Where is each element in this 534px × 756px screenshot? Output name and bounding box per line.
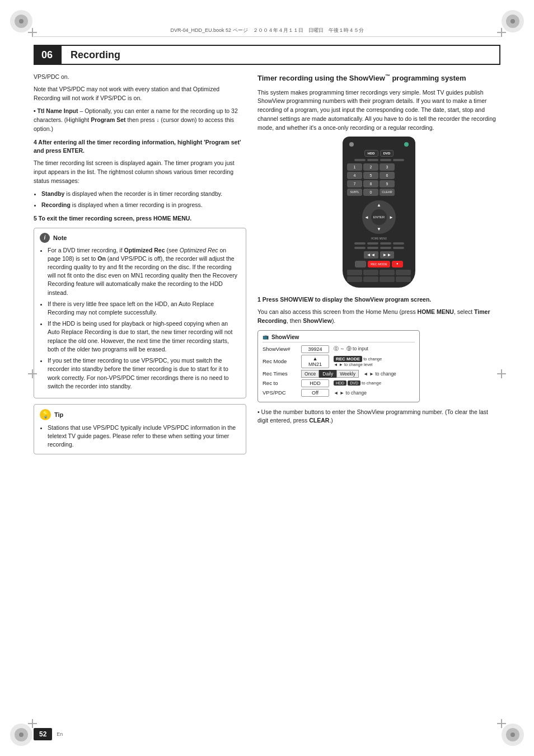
section-para-block: This system makes programming timer reco… xyxy=(257,88,500,133)
bottom-btn-4[interactable] xyxy=(396,270,411,275)
func-btn-9[interactable] xyxy=(354,247,366,249)
chapter-number: 06 xyxy=(34,45,60,65)
num-7[interactable]: 7 xyxy=(347,180,362,187)
num-6[interactable]: 6 xyxy=(380,172,395,179)
num-empty-3 xyxy=(396,180,411,187)
sv-hdd-dvd: HDD DVD to change xyxy=(334,381,381,386)
num-5[interactable]: 5 xyxy=(363,172,378,179)
num-0[interactable]: 0 xyxy=(363,189,378,196)
step4-block: 4 After entering all the timer recording… xyxy=(34,138,246,186)
func-btn-12[interactable] xyxy=(393,247,404,249)
bullet-showview: • Use the number buttons to enter the Sh… xyxy=(257,408,500,426)
section-title-text2: programming system xyxy=(390,74,466,82)
func-row-1 xyxy=(347,159,411,161)
nav-left: ◄ xyxy=(364,215,369,220)
note-item-4: If you set the timer recording to use VP… xyxy=(48,356,240,391)
rewind-button[interactable]: ◄◄ xyxy=(364,251,378,259)
func-btn-11[interactable] xyxy=(380,247,391,249)
ttl-name-block: • Ttl Name Input – Optionally, you can e… xyxy=(34,107,246,133)
sv-tab-daily[interactable]: Daily xyxy=(319,370,336,378)
standby-text: is displayed when the recorder is in tim… xyxy=(66,190,222,197)
num-9[interactable]: 9 xyxy=(380,180,395,187)
sv-label-recmode: Rec Mode xyxy=(263,358,299,364)
sv-tab-once[interactable]: Once xyxy=(301,370,319,378)
sv-value-recto: HDD xyxy=(301,379,329,387)
sv-action-recmode: REC MODE to change◄ ► to change level xyxy=(334,356,382,367)
num-4[interactable]: 4 xyxy=(347,172,362,179)
rec-mode-inline-btn: REC MODE xyxy=(334,356,362,362)
nav-outer[interactable]: ▲ ▼ ◄ ► ENTER xyxy=(362,200,396,234)
sv-label-showview: ShowView# xyxy=(263,346,299,352)
remote-led-right xyxy=(404,142,409,147)
note-item-3: If the HDD is being used for playback or… xyxy=(48,320,240,354)
func-btn-6[interactable] xyxy=(367,242,378,245)
func-btn-1[interactable] xyxy=(354,159,366,161)
bottom-btn-6[interactable] xyxy=(363,276,378,282)
func-row-3 xyxy=(347,247,411,249)
bottom-button-grid xyxy=(347,270,411,282)
vps-pdc-line1: VPS/PDC on. xyxy=(34,73,246,82)
footer: 52 En xyxy=(34,728,63,740)
sv-action-recto: HDD DVD to change xyxy=(334,381,381,386)
ttl-name-label: • Ttl Name Input xyxy=(34,107,78,114)
num-2[interactable]: 2 xyxy=(363,163,378,171)
step1-view: VIEW xyxy=(298,296,313,303)
hdd-button[interactable]: HDD xyxy=(364,150,378,157)
func-btn-5[interactable] xyxy=(354,242,366,245)
bottom-btn-1[interactable] xyxy=(347,270,362,275)
sv-dvd-btn[interactable]: DVD xyxy=(348,381,360,386)
rec-button[interactable]: ● xyxy=(392,261,403,267)
tip-icon: 💡 xyxy=(40,409,51,420)
dvd-button[interactable]: DVD xyxy=(380,150,394,157)
func-btn-3[interactable] xyxy=(380,159,391,161)
down-arrow-icon: ↓ xyxy=(156,116,159,124)
sv-row-vpspdc: VPS/PDC Off ◄ ► to change xyxy=(263,389,415,397)
func-btn-10[interactable] xyxy=(367,247,378,249)
func-btn-8[interactable] xyxy=(393,242,404,245)
bottom-btn-5[interactable] xyxy=(347,276,362,282)
section-title: Timer recording using the ShowView™ prog… xyxy=(257,73,500,84)
step4-heading: 4 After entering all the timer recording… xyxy=(34,138,246,156)
bottom-btn-7[interactable] xyxy=(380,276,395,282)
ffwd-button[interactable]: ►► xyxy=(380,251,395,259)
chapter-title-box: Recording xyxy=(60,45,500,65)
recording-label: Recording xyxy=(41,201,71,208)
sv-tab-weekly[interactable]: Weekly xyxy=(336,370,359,378)
right-column: Timer recording using the ShowView™ prog… xyxy=(257,73,500,722)
sv-action-vpspdc: ◄ ► to change xyxy=(334,390,367,396)
func-btn-2[interactable] xyxy=(367,159,378,161)
bullet-showview-block: • Use the number buttons to enter the Sh… xyxy=(257,408,500,426)
tip-box: 💡 Tip Stations that use VPS/PDC typicall… xyxy=(34,404,246,454)
step1-block: 1 Press SHOWVIEW to display the ShowView… xyxy=(257,295,500,325)
bottom-btn-2[interactable] xyxy=(363,270,378,275)
num-3[interactable]: 3 xyxy=(380,163,395,171)
func-btn-4[interactable] xyxy=(393,159,404,161)
sv-value-recmode: ▲MN21 xyxy=(301,355,329,368)
main-content: VPS/PDC on. Note that VPS/PDC may not wo… xyxy=(34,73,500,722)
num-empty-1 xyxy=(396,163,411,171)
pause-button[interactable] xyxy=(355,261,366,267)
recording-item: Recording is displayed when a timer reco… xyxy=(41,201,246,210)
bottom-btn-8[interactable] xyxy=(396,276,411,282)
tip-list: Stations that use VPS/PDC typically incl… xyxy=(48,424,240,449)
remote-led-left xyxy=(349,142,354,147)
num-empty-4 xyxy=(396,189,411,196)
ttl-program-set: Program Set xyxy=(91,116,125,123)
func-btn-7[interactable] xyxy=(380,242,391,245)
bottom-btn-3[interactable] xyxy=(380,270,395,275)
status-messages: Standby is displayed when the recorder i… xyxy=(34,190,246,210)
num-1[interactable]: 1 xyxy=(347,163,362,171)
note-title-text: Note xyxy=(53,234,67,241)
step1-rest: to display the ShowView program screen. xyxy=(313,296,431,303)
sv-hdd-btn[interactable]: HDD xyxy=(334,381,346,386)
tip-title: 💡 Tip xyxy=(40,409,240,420)
rec-mode-button[interactable]: REC MODE xyxy=(368,261,390,267)
num-8[interactable]: 8 xyxy=(363,180,378,187)
note-list: For a DVD timer recording, if Optimized … xyxy=(48,246,240,391)
clear-button[interactable]: CLEAR xyxy=(380,189,395,196)
enter-button[interactable]: ENTER xyxy=(371,209,387,225)
num-subtitle[interactable]: SUBTL xyxy=(347,189,362,196)
note-title: i Note xyxy=(40,233,240,243)
step5-heading: 5 To exit the timer recording screen, pr… xyxy=(34,214,246,223)
sv-value-vpspdc: Off xyxy=(301,389,329,397)
